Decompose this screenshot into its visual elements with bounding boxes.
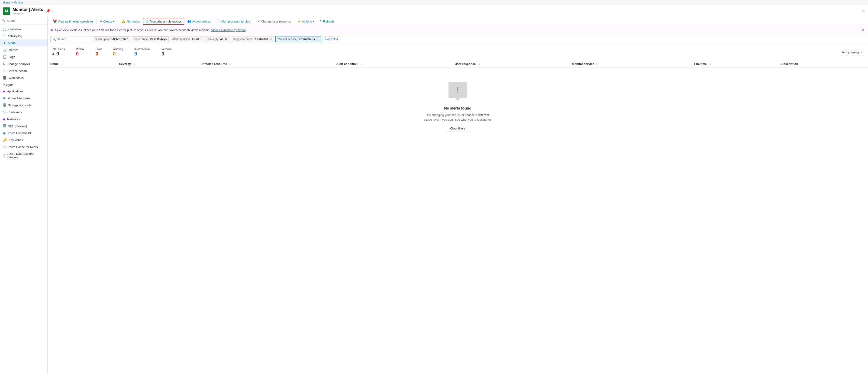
sidebar-item-cache-redis[interactable]: ⬡ Azure Cache for Redis	[0, 144, 47, 150]
breadcrumb-home[interactable]: Home	[3, 1, 10, 4]
severity-chip-value: all	[220, 38, 223, 41]
sidebar-item-workbooks[interactable]: 📓 Workbooks	[0, 74, 47, 81]
col-alert-condition[interactable]: Alert condition ↑↓	[334, 60, 452, 68]
action-groups-button[interactable]: 👥 Action groups	[185, 18, 213, 25]
stats-row: Total alerts ▲ 0 Critical 0 Error 0 Warn…	[48, 44, 868, 60]
stat-total-label: Total alerts	[51, 48, 65, 51]
col-user-response-sort: ↑↓	[477, 63, 480, 65]
sidebar-item-change-analysis[interactable]: ↻ Change Analysis	[0, 60, 47, 67]
stat-critical: Critical 0	[76, 48, 85, 57]
actions-button[interactable]: ⚡ Actions ▾	[294, 18, 316, 25]
cache-redis-icon: ⬡	[3, 145, 6, 149]
sidebar-item-cosmos-db[interactable]: ◉ Azure Cosmos DB	[0, 129, 47, 136]
sidebar-item-service-health[interactable]: ♡ Service health	[0, 67, 47, 74]
grouping-label: No grouping	[842, 51, 859, 54]
sidebar-label-key-vaults: Key Vaults	[8, 138, 23, 142]
sidebar-item-alerts[interactable]: ▲ Alerts	[0, 39, 47, 46]
sidebar-label-alerts: Alerts	[8, 41, 16, 45]
breadcrumb: Home > Monitor	[0, 0, 868, 5]
toolbar-separator-2	[118, 19, 118, 24]
sidebar-item-networks[interactable]: ◆ Networks	[0, 116, 47, 123]
create-icon: +	[100, 19, 102, 24]
sidebar-search-input[interactable]	[7, 19, 46, 23]
severity-chip-close[interactable]: ✕	[225, 37, 227, 41]
notification-text: New: View alerts visualized on a timelin…	[55, 28, 211, 32]
clear-filters-button[interactable]: Clear filters	[446, 125, 470, 132]
col-name-sort: ↑↓	[60, 63, 63, 65]
col-user-response[interactable]: User response ↑↓	[452, 60, 569, 68]
filter-bar: 🔍 Subscription : ACME Telco Time range :…	[48, 34, 868, 44]
service-health-icon: ♡	[3, 69, 6, 73]
alert-processing-rules-button[interactable]: 📄 Alert processing rules	[214, 18, 253, 25]
sidebar-label-applications: Applications	[7, 90, 24, 93]
pin-icon[interactable]: 📌	[46, 9, 50, 13]
sidebar-item-applications[interactable]: ◆ Applications	[0, 88, 47, 95]
sidebar-item-metrics[interactable]: 📊 Metrics	[0, 46, 47, 53]
col-affected-resource-label: Affected resource	[202, 62, 227, 66]
refresh-button[interactable]: ↻ Refresh	[317, 18, 336, 25]
sidebar: 🔍 « ◯ Overview ☰ Activity log ▲ Alerts 📊…	[0, 17, 48, 373]
search-icon: 🔍	[2, 19, 5, 22]
monitor-service-chip-value: Prometheus	[299, 38, 315, 41]
grouping-dropdown-icon: ▾	[861, 51, 862, 54]
sidebar-label-overview: Overview	[8, 27, 21, 31]
sidebar-item-logs[interactable]: 📋 Logs	[0, 53, 47, 60]
overview-icon: ◯	[3, 27, 6, 31]
create-button[interactable]: + Create ▾	[97, 18, 117, 25]
grouping-dropdown[interactable]: No grouping ▾	[840, 49, 864, 56]
key-vaults-icon: 🔑	[3, 138, 7, 142]
col-severity[interactable]: Severity ↑↓	[117, 60, 198, 68]
checkmark-icon: ✓	[257, 20, 260, 23]
sidebar-label-change-analysis: Change Analysis	[7, 62, 30, 66]
actions-label: Actions	[302, 20, 312, 23]
col-fire-time[interactable]: Fire time ↑↓	[691, 60, 777, 68]
alert-condition-chip-close[interactable]: ✕	[200, 37, 203, 41]
resource-name-chip-label: Resource name :	[233, 38, 254, 41]
filter-chip-subscription: Subscription : ACME Telco	[93, 36, 130, 42]
more-icon[interactable]: ···	[52, 9, 55, 13]
col-affected-resource[interactable]: Affected resource ↑↓	[198, 60, 334, 68]
insights-section-label: Insights	[0, 81, 47, 88]
change-user-response-button[interactable]: ✓ Change user response	[255, 18, 294, 25]
sidebar-item-containers[interactable]: ⬡ Containers	[0, 108, 47, 116]
sidebar-item-virtual-machines[interactable]: 🖥 Virtual Machines	[0, 95, 47, 102]
prometheus-icon: ⊙	[146, 20, 149, 23]
data-explorer-icon: ⬡	[3, 154, 6, 157]
alert-rules-label: Alert rules	[126, 20, 140, 23]
add-filter-button[interactable]: + Add filter	[322, 36, 340, 42]
page-subtitle: Microsoft	[12, 12, 43, 15]
sidebar-item-activity-log[interactable]: ☰ Activity log	[0, 32, 47, 39]
subscription-chip-label: Subscription :	[95, 38, 112, 41]
col-monitor-service[interactable]: Monitor service ↑↓	[569, 60, 691, 68]
sidebar-nav: ◯ Overview ☰ Activity log ▲ Alerts 📊 Met…	[0, 25, 47, 161]
stat-critical-value: 0	[76, 51, 85, 57]
prometheus-rule-groups-button[interactable]: ⊙ Prometheus rule groups	[143, 18, 184, 25]
sidebar-label-networks: Networks	[7, 118, 20, 121]
sidebar-label-workbooks: Workbooks	[8, 76, 24, 80]
col-name[interactable]: Name ↑↓	[48, 60, 117, 68]
change-analysis-icon: ↻	[3, 62, 6, 66]
sidebar-label-cosmos-db: Azure Cosmos DB	[7, 131, 32, 135]
view-timeline-button[interactable]: 📅 View as timeline (preview)	[50, 18, 95, 25]
col-fire-time-label: Fire time	[694, 62, 707, 66]
sidebar-item-sql[interactable]: 🗄 SQL (preview)	[0, 123, 47, 129]
notification-link[interactable]: View as timeline (preview)	[211, 28, 246, 32]
filter-search-input[interactable]	[57, 37, 89, 41]
resource-name-chip-close[interactable]: ✕	[269, 37, 272, 41]
breadcrumb-current[interactable]: Monitor	[14, 1, 23, 4]
notification-close[interactable]: ✕	[862, 28, 865, 32]
sidebar-item-data-explorer[interactable]: ⬡ Azure Data Explorer Clusters	[0, 150, 47, 161]
stat-informational: Informational 0	[134, 48, 150, 57]
close-icon[interactable]: ✕	[862, 9, 865, 13]
stat-error-label: Error	[96, 48, 102, 51]
alert-processing-rules-label: Alert processing rules	[221, 20, 250, 23]
sidebar-item-overview[interactable]: ◯ Overview	[0, 26, 47, 32]
monitor-service-chip-close[interactable]: ✕	[316, 37, 319, 41]
sidebar-item-storage-accounts[interactable]: 🗄 Storage accounts	[0, 102, 47, 108]
alert-rules-button[interactable]: 🔔 Alert rules	[119, 18, 143, 25]
sidebar-item-key-vaults[interactable]: 🔑 Key Vaults	[0, 136, 47, 144]
filter-chip-resource-name: Resource name : 2 selected ✕	[231, 36, 274, 42]
col-severity-sort: ↑↓	[133, 63, 135, 65]
alert-rules-icon: 🔔	[121, 20, 125, 23]
lightning-icon: ⚡	[297, 20, 301, 23]
